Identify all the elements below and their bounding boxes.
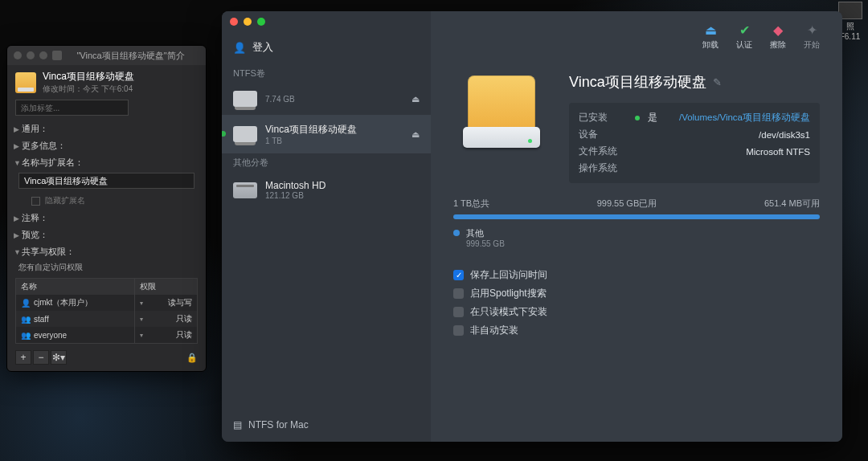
volume-item[interactable]: 7.74 GB ⏏ bbox=[222, 83, 431, 115]
opt-spotlight[interactable]: 启用Spotlight搜索 bbox=[453, 284, 820, 303]
eject-icon[interactable]: ⏏ bbox=[411, 94, 420, 104]
prop-label-device: 设备 bbox=[579, 129, 627, 141]
stack-icon: ▤ bbox=[233, 419, 240, 430]
permissions-header: 名称 权限 bbox=[16, 279, 197, 295]
perm-row-priv[interactable]: 只读 bbox=[176, 313, 192, 324]
opt-nonauto[interactable]: 非自动安装 bbox=[453, 321, 820, 340]
info-modified: 修改时间：今天 下午6:04 bbox=[43, 84, 134, 95]
group-icon: 👥 bbox=[21, 315, 31, 324]
volume-size: 121.12 GB bbox=[265, 191, 326, 200]
perm-row-name: everyone bbox=[34, 331, 67, 340]
eject-icon: ⏏ bbox=[705, 22, 717, 37]
volume-size: 7.74 GB bbox=[265, 95, 295, 104]
volume-item-selected[interactable]: Vinca项目组移动硬盘 1 TB ⏏ bbox=[222, 115, 431, 153]
action-menu-button[interactable]: ✻▾ bbox=[51, 350, 67, 365]
main-titlebar[interactable] bbox=[222, 11, 431, 32]
checkbox-checked-icon: ✓ bbox=[453, 270, 464, 280]
permissions-note: 您有自定访问权限 bbox=[7, 260, 206, 276]
prop-device-value: /dev/disk3s1 bbox=[759, 130, 810, 140]
section-comments[interactable]: ▶注释： bbox=[7, 210, 206, 226]
perm-row-name: staff bbox=[34, 315, 49, 324]
section-general[interactable]: ▶通用： bbox=[7, 120, 206, 137]
perm-row-priv[interactable]: 只读 bbox=[176, 329, 192, 341]
checkbox-icon bbox=[453, 288, 464, 299]
table-row[interactable]: 👤cjmkt（本用户） ▾读与写 bbox=[16, 295, 197, 311]
zoom-dot[interactable] bbox=[39, 51, 47, 59]
options-section: ✓保存上回访问时间 启用Spotlight搜索 在只读模式下安装 非自动安装 bbox=[431, 248, 842, 340]
add-button[interactable]: + bbox=[15, 350, 31, 365]
section-sharing[interactable]: ▼共享与权限： bbox=[7, 243, 206, 260]
prop-label-fs: 文件系统 bbox=[579, 145, 627, 157]
volume-size: 1 TB bbox=[265, 137, 357, 145]
mount-point-link[interactable]: /Volumes/Vinca项目组移动硬盘 bbox=[679, 112, 810, 124]
table-row[interactable]: 👥staff ▾只读 bbox=[16, 311, 197, 327]
section-more-info[interactable]: ▶更多信息： bbox=[7, 137, 206, 154]
toolbar: ⏏卸载 ✔认证 ◆擦除 ✦开始 bbox=[431, 11, 842, 64]
sidebar-footer[interactable]: ▤ NTFS for Mac bbox=[222, 408, 431, 442]
usage-bar bbox=[453, 214, 820, 219]
usage-free: 651.4 MB可用 bbox=[764, 198, 820, 210]
tags-field[interactable] bbox=[15, 100, 129, 116]
volume-item[interactable]: Macintosh HD 121.12 GB bbox=[222, 172, 431, 208]
info-window-title: "Vinca项目组移动硬盘"简介 bbox=[62, 50, 199, 62]
prop-mounted-value: 是 bbox=[648, 112, 657, 124]
volume-name: Vinca项目组移动硬盘 bbox=[265, 123, 357, 137]
checkbox-icon bbox=[31, 197, 40, 206]
perm-row-priv[interactable]: 读与写 bbox=[168, 297, 192, 308]
checkbox-icon bbox=[453, 307, 464, 317]
usage-section: 1 TB总共 999.55 GB已用 651.4 MB可用 其他 999.55 … bbox=[431, 183, 842, 248]
close-button[interactable] bbox=[230, 18, 238, 26]
table-row[interactable]: 👥everyone ▾只读 bbox=[16, 327, 197, 343]
person-silhouette-icon: 👤 bbox=[233, 42, 246, 54]
minimize-button[interactable] bbox=[244, 18, 252, 26]
close-dot[interactable] bbox=[14, 51, 22, 59]
perm-row-name: cjmkt（本用户） bbox=[34, 297, 92, 308]
group-icon: 👥 bbox=[21, 331, 31, 340]
zoom-button[interactable] bbox=[257, 18, 265, 26]
drive-mini-icon bbox=[52, 51, 62, 60]
hide-extension-row[interactable]: 隐藏扩展名 bbox=[7, 194, 206, 210]
drive-icon bbox=[15, 72, 36, 93]
usage-used: 999.55 GB已用 bbox=[597, 198, 657, 210]
erase-button[interactable]: ◆擦除 bbox=[770, 22, 786, 51]
sidebar-section-ntfs: NTFS卷 bbox=[222, 64, 431, 83]
legend-swatch-icon bbox=[453, 230, 460, 236]
usage-legend: 其他 999.55 GB bbox=[453, 227, 820, 248]
traffic-lights bbox=[14, 51, 47, 59]
usage-total: 1 TB总共 bbox=[453, 198, 489, 210]
minimize-dot[interactable] bbox=[27, 51, 35, 59]
name-extension-field[interactable] bbox=[18, 173, 194, 189]
prop-label-mounted: 已安装 bbox=[579, 112, 627, 124]
checkbox-icon bbox=[453, 325, 464, 336]
sidebar-footer-label: NTFS for Mac bbox=[248, 419, 309, 430]
section-name-ext[interactable]: ▼名称与扩展名： bbox=[7, 154, 206, 171]
info-titlebar[interactable]: "Vinca项目组移动硬盘"简介 bbox=[7, 46, 206, 65]
prop-label-os: 操作系统 bbox=[579, 162, 627, 174]
edit-name-icon[interactable]: ✎ bbox=[713, 76, 722, 88]
legend-name: 其他 bbox=[466, 227, 505, 239]
ntfs-app-window: 👤 登入 NTFS卷 7.74 GB ⏏ Vinca项目组移动硬盘 1 TB ⏏… bbox=[222, 11, 842, 442]
internal-disk-icon bbox=[233, 182, 257, 198]
section-preview[interactable]: ▶预览： bbox=[7, 226, 206, 243]
eraser-icon: ◆ bbox=[773, 22, 783, 37]
lock-icon[interactable]: 🔒 bbox=[186, 353, 198, 363]
opt-readonly[interactable]: 在只读模式下安装 bbox=[453, 303, 820, 321]
permissions-table: 名称 权限 👤cjmkt（本用户） ▾读与写 👥staff ▾只读 👥every… bbox=[15, 278, 198, 344]
remove-button[interactable]: − bbox=[33, 350, 49, 365]
perm-header-priv[interactable]: 权限 bbox=[134, 279, 197, 295]
opt-save-access[interactable]: ✓保存上回访问时间 bbox=[453, 266, 820, 284]
verify-button[interactable]: ✔认证 bbox=[736, 22, 752, 51]
info-header: Vinca项目组移动硬盘 修改时间：今天 下午6:04 bbox=[7, 65, 206, 100]
login-row[interactable]: 👤 登入 bbox=[222, 32, 431, 64]
drive-illustration bbox=[453, 72, 550, 183]
person-icon: 👤 bbox=[21, 299, 31, 308]
check-icon: ✔ bbox=[739, 22, 750, 37]
sidebar-section-other: 其他分卷 bbox=[222, 153, 431, 172]
eject-icon[interactable]: ⏏ bbox=[411, 129, 420, 140]
disk-icon bbox=[233, 126, 257, 142]
sidebar: 👤 登入 NTFS卷 7.74 GB ⏏ Vinca项目组移动硬盘 1 TB ⏏… bbox=[222, 11, 431, 442]
prop-fs-value: Microsoft NTFS bbox=[746, 147, 810, 157]
unmount-button[interactable]: ⏏卸载 bbox=[702, 22, 719, 51]
permissions-footer: + − ✻▾ 🔒 bbox=[7, 347, 206, 371]
perm-header-name[interactable]: 名称 bbox=[16, 279, 134, 295]
